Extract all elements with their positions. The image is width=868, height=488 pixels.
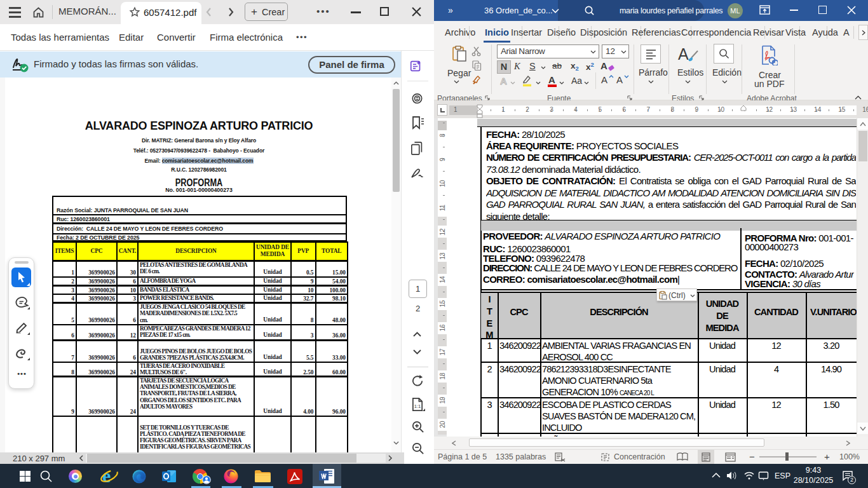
svg-text:1:1: 1:1 [414,403,421,409]
